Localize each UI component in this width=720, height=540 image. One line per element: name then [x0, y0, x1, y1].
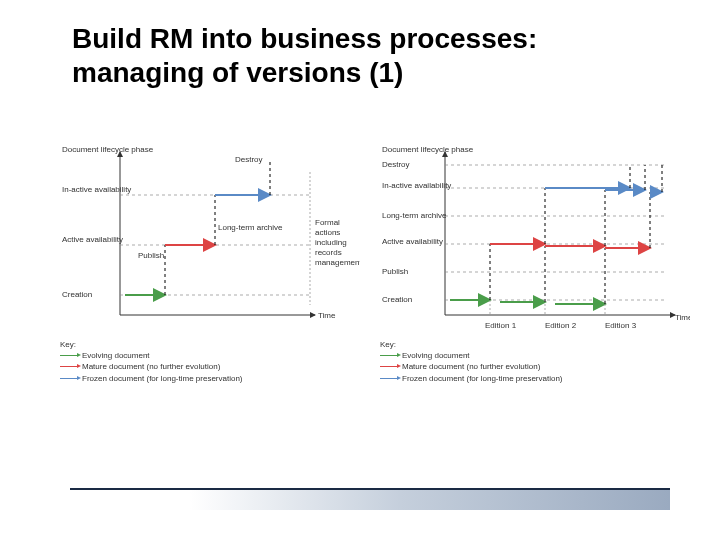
svg-text:In-active availability: In-active availability — [382, 181, 451, 190]
y-axis-label-r: Document lifecycle phase — [382, 145, 474, 154]
legend-label-frozen: Frozen document (for long-time preservat… — [82, 373, 243, 384]
ylevel-inactive-r: In-active availability — [382, 181, 451, 190]
ylevel-archive-r: Long-term archive — [382, 211, 447, 220]
slide-title: Build RM into business processes: managi… — [72, 22, 660, 89]
ylevel-creation-r: Creation — [382, 295, 412, 304]
legend-heading: Key: — [60, 339, 360, 350]
legend-label-frozen-r: Frozen document (for long-time preservat… — [402, 373, 563, 384]
ylevel-destroy-r: Destroy — [382, 160, 410, 169]
legend-swatch-red-r — [380, 366, 398, 367]
svg-text:Active availability: Active availability — [382, 237, 443, 246]
ylevel-publish-r: Publish — [382, 267, 408, 276]
xtick-ed1: Edition 1 — [485, 321, 517, 330]
ylevel-active-r: Active availability — [382, 237, 443, 246]
xtick-ed2: Edition 2 — [545, 321, 577, 330]
ann-archive: Long-term archive — [218, 223, 283, 232]
legend-label-mature-r: Mature document (no further evolution) — [402, 361, 540, 372]
legend-left: Key: Evolving document Mature document (… — [60, 339, 360, 384]
footer-bar — [70, 488, 670, 510]
lifecycle-chart-editions: Document lifecycle phase Destroy In-acti… — [380, 140, 690, 400]
ylevel-creation: Creation — [62, 290, 92, 299]
x-axis-label-r: Time — [675, 313, 690, 322]
legend-label-evolving: Evolving document — [82, 350, 150, 361]
ann-destroy: Destroy — [235, 155, 263, 164]
slide: Build RM into business processes: managi… — [0, 0, 720, 540]
legend-swatch-red — [60, 366, 78, 367]
charts-row: Document lifecycle phase In-active avail… — [60, 140, 660, 400]
legend-label-evolving-r: Evolving document — [402, 350, 470, 361]
svg-text:Formalactionsincludingrecordsm: Formalactionsincludingrecordsmanagement — [315, 218, 360, 267]
xtick-ed3: Edition 3 — [605, 321, 637, 330]
chart-svg-left: Document lifecycle phase In-active avail… — [60, 140, 360, 335]
ann-publish: Publish — [138, 251, 164, 260]
legend-swatch-blue-r — [380, 378, 398, 379]
ylevel-inactive: In-active availability — [62, 185, 131, 194]
lifecycle-chart-single: Document lifecycle phase In-active avail… — [60, 140, 360, 400]
legend-swatch-blue — [60, 378, 78, 379]
legend-swatch-green-r — [380, 355, 398, 356]
legend-heading-r: Key: — [380, 339, 690, 350]
legend-right: Key: Evolving document Mature document (… — [380, 339, 690, 384]
svg-text:In-active availability: In-active availability — [62, 185, 131, 194]
chart-svg-right: Document lifecycle phase Destroy In-acti… — [380, 140, 690, 335]
legend-label-mature: Mature document (no further evolution) — [82, 361, 220, 372]
x-axis-label: Time — [318, 311, 336, 320]
y-axis-label: Document lifecycle phase — [62, 145, 154, 154]
ylevel-active: Active availability — [62, 235, 123, 244]
svg-text:Active availability: Active availability — [62, 235, 123, 244]
legend-swatch-green — [60, 355, 78, 356]
